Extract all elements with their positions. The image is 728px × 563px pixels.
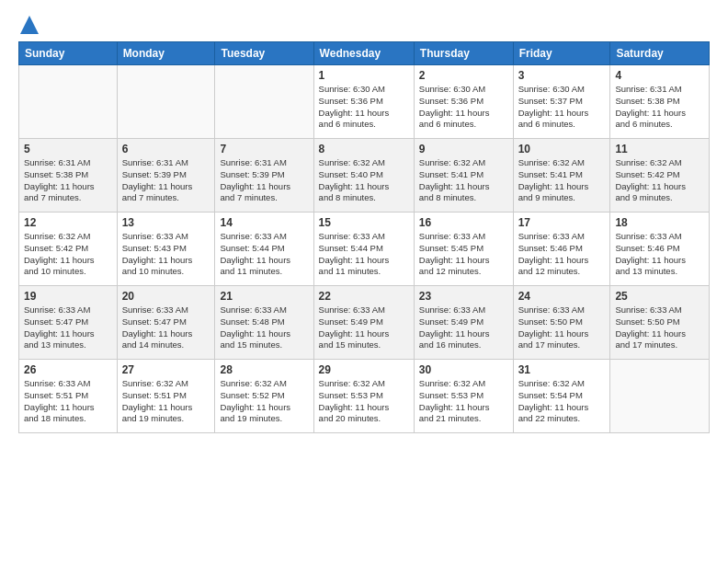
- day-number: 14: [220, 216, 308, 229]
- calendar-cell: 29Sunrise: 6:32 AM Sunset: 5:53 PM Dayli…: [313, 360, 414, 433]
- weekday-header-thursday: Thursday: [414, 42, 513, 65]
- calendar-cell: 20Sunrise: 6:33 AM Sunset: 5:47 PM Dayli…: [117, 286, 215, 360]
- day-info: Sunrise: 6:32 AM Sunset: 5:42 PM Dayligh…: [24, 231, 112, 278]
- day-info: Sunrise: 6:33 AM Sunset: 5:47 PM Dayligh…: [122, 304, 210, 351]
- day-number: 25: [615, 290, 704, 303]
- day-info: Sunrise: 6:33 AM Sunset: 5:45 PM Dayligh…: [419, 231, 508, 278]
- day-number: 6: [122, 143, 210, 155]
- day-info: Sunrise: 6:33 AM Sunset: 5:43 PM Dayligh…: [122, 231, 210, 278]
- day-number: 11: [615, 143, 704, 155]
- day-info: Sunrise: 6:30 AM Sunset: 5:36 PM Dayligh…: [419, 84, 508, 131]
- day-info: Sunrise: 6:32 AM Sunset: 5:40 PM Dayligh…: [319, 157, 409, 204]
- calendar-cell: 1Sunrise: 6:30 AM Sunset: 5:36 PM Daylig…: [313, 65, 414, 139]
- calendar-cell: 23Sunrise: 6:33 AM Sunset: 5:49 PM Dayli…: [414, 286, 513, 360]
- day-number: 12: [24, 216, 112, 229]
- day-info: Sunrise: 6:32 AM Sunset: 5:51 PM Dayligh…: [122, 378, 210, 425]
- calendar-cell: 28Sunrise: 6:32 AM Sunset: 5:52 PM Dayli…: [215, 360, 313, 433]
- calendar-cell: [610, 360, 710, 433]
- day-number: 10: [518, 143, 606, 155]
- day-number: 18: [615, 216, 704, 229]
- svg-marker-0: [20, 16, 39, 34]
- day-info: Sunrise: 6:31 AM Sunset: 5:39 PM Dayligh…: [220, 157, 308, 204]
- day-info: Sunrise: 6:30 AM Sunset: 5:36 PM Dayligh…: [319, 84, 409, 131]
- calendar-cell: 14Sunrise: 6:33 AM Sunset: 5:44 PM Dayli…: [215, 213, 313, 286]
- calendar-table: SundayMondayTuesdayWednesdayThursdayFrid…: [18, 41, 710, 433]
- day-number: 28: [220, 363, 308, 376]
- logo-area: [18, 15, 39, 34]
- day-info: Sunrise: 6:32 AM Sunset: 5:41 PM Dayligh…: [419, 157, 508, 204]
- day-info: Sunrise: 6:33 AM Sunset: 5:50 PM Dayligh…: [615, 304, 704, 351]
- day-info: Sunrise: 6:32 AM Sunset: 5:54 PM Dayligh…: [518, 378, 606, 425]
- calendar-cell: 26Sunrise: 6:33 AM Sunset: 5:51 PM Dayli…: [19, 360, 118, 433]
- weekday-header-monday: Monday: [117, 42, 215, 65]
- weekday-header-row: SundayMondayTuesdayWednesdayThursdayFrid…: [19, 42, 710, 65]
- week-row-2: 5Sunrise: 6:31 AM Sunset: 5:38 PM Daylig…: [19, 139, 710, 213]
- calendar-cell: 12Sunrise: 6:32 AM Sunset: 5:42 PM Dayli…: [19, 213, 118, 286]
- day-number: 30: [419, 363, 508, 376]
- day-info: Sunrise: 6:31 AM Sunset: 5:38 PM Dayligh…: [24, 157, 112, 204]
- calendar-cell: 8Sunrise: 6:32 AM Sunset: 5:40 PM Daylig…: [313, 139, 414, 213]
- day-number: 22: [319, 290, 409, 303]
- day-info: Sunrise: 6:33 AM Sunset: 5:49 PM Dayligh…: [419, 304, 508, 351]
- day-number: 26: [24, 363, 112, 376]
- calendar-cell: 13Sunrise: 6:33 AM Sunset: 5:43 PM Dayli…: [117, 213, 215, 286]
- day-number: 16: [419, 216, 508, 229]
- day-info: Sunrise: 6:32 AM Sunset: 5:42 PM Dayligh…: [615, 157, 704, 204]
- day-info: Sunrise: 6:30 AM Sunset: 5:37 PM Dayligh…: [518, 84, 606, 131]
- day-info: Sunrise: 6:33 AM Sunset: 5:48 PM Dayligh…: [220, 304, 308, 351]
- logo-icon: [20, 16, 39, 34]
- weekday-header-tuesday: Tuesday: [215, 42, 313, 65]
- calendar-cell: 27Sunrise: 6:32 AM Sunset: 5:51 PM Dayli…: [117, 360, 215, 433]
- day-number: 17: [518, 216, 606, 229]
- calendar-cell: 31Sunrise: 6:32 AM Sunset: 5:54 PM Dayli…: [513, 360, 610, 433]
- calendar-cell: 16Sunrise: 6:33 AM Sunset: 5:45 PM Dayli…: [414, 213, 513, 286]
- calendar-cell: 11Sunrise: 6:32 AM Sunset: 5:42 PM Dayli…: [610, 139, 710, 213]
- calendar-cell: 3Sunrise: 6:30 AM Sunset: 5:37 PM Daylig…: [513, 65, 610, 139]
- week-row-5: 26Sunrise: 6:33 AM Sunset: 5:51 PM Dayli…: [19, 360, 710, 433]
- calendar-cell: 5Sunrise: 6:31 AM Sunset: 5:38 PM Daylig…: [19, 139, 118, 213]
- week-row-1: 1Sunrise: 6:30 AM Sunset: 5:36 PM Daylig…: [19, 65, 710, 139]
- weekday-header-sunday: Sunday: [19, 42, 118, 65]
- day-number: 1: [319, 69, 409, 82]
- day-info: Sunrise: 6:31 AM Sunset: 5:38 PM Dayligh…: [615, 84, 704, 131]
- day-info: Sunrise: 6:33 AM Sunset: 5:46 PM Dayligh…: [518, 231, 606, 278]
- calendar-cell: 19Sunrise: 6:33 AM Sunset: 5:47 PM Dayli…: [19, 286, 118, 360]
- day-number: 21: [220, 290, 308, 303]
- day-number: 29: [319, 363, 409, 376]
- day-number: 8: [319, 143, 409, 155]
- calendar-cell: 21Sunrise: 6:33 AM Sunset: 5:48 PM Dayli…: [215, 286, 313, 360]
- day-info: Sunrise: 6:33 AM Sunset: 5:49 PM Dayligh…: [319, 304, 409, 351]
- day-number: 7: [220, 143, 308, 155]
- calendar-cell: 30Sunrise: 6:32 AM Sunset: 5:53 PM Dayli…: [414, 360, 513, 433]
- calendar-cell: 22Sunrise: 6:33 AM Sunset: 5:49 PM Dayli…: [313, 286, 414, 360]
- weekday-header-saturday: Saturday: [610, 42, 710, 65]
- calendar-cell: 4Sunrise: 6:31 AM Sunset: 5:38 PM Daylig…: [610, 65, 710, 139]
- day-info: Sunrise: 6:33 AM Sunset: 5:50 PM Dayligh…: [518, 304, 606, 351]
- header: [18, 15, 710, 34]
- calendar-cell: 9Sunrise: 6:32 AM Sunset: 5:41 PM Daylig…: [414, 139, 513, 213]
- calendar-cell: 2Sunrise: 6:30 AM Sunset: 5:36 PM Daylig…: [414, 65, 513, 139]
- calendar-cell: 10Sunrise: 6:32 AM Sunset: 5:41 PM Dayli…: [513, 139, 610, 213]
- day-number: 23: [419, 290, 508, 303]
- day-number: 20: [122, 290, 210, 303]
- day-info: Sunrise: 6:31 AM Sunset: 5:39 PM Dayligh…: [122, 157, 210, 204]
- day-info: Sunrise: 6:32 AM Sunset: 5:53 PM Dayligh…: [419, 378, 508, 425]
- calendar-cell: 17Sunrise: 6:33 AM Sunset: 5:46 PM Dayli…: [513, 213, 610, 286]
- day-number: 5: [24, 143, 112, 155]
- calendar-cell: [215, 65, 313, 139]
- day-info: Sunrise: 6:33 AM Sunset: 5:46 PM Dayligh…: [615, 231, 704, 278]
- day-info: Sunrise: 6:33 AM Sunset: 5:44 PM Dayligh…: [319, 231, 409, 278]
- calendar-cell: [117, 65, 215, 139]
- calendar-cell: 24Sunrise: 6:33 AM Sunset: 5:50 PM Dayli…: [513, 286, 610, 360]
- day-info: Sunrise: 6:33 AM Sunset: 5:44 PM Dayligh…: [220, 231, 308, 278]
- day-number: 4: [615, 69, 704, 82]
- day-number: 2: [419, 69, 508, 82]
- calendar-cell: 15Sunrise: 6:33 AM Sunset: 5:44 PM Dayli…: [313, 213, 414, 286]
- calendar-cell: [19, 65, 118, 139]
- day-info: Sunrise: 6:32 AM Sunset: 5:41 PM Dayligh…: [518, 157, 606, 204]
- day-number: 27: [122, 363, 210, 376]
- calendar-cell: 18Sunrise: 6:33 AM Sunset: 5:46 PM Dayli…: [610, 213, 710, 286]
- day-number: 19: [24, 290, 112, 303]
- day-number: 9: [419, 143, 508, 155]
- weekday-header-friday: Friday: [513, 42, 610, 65]
